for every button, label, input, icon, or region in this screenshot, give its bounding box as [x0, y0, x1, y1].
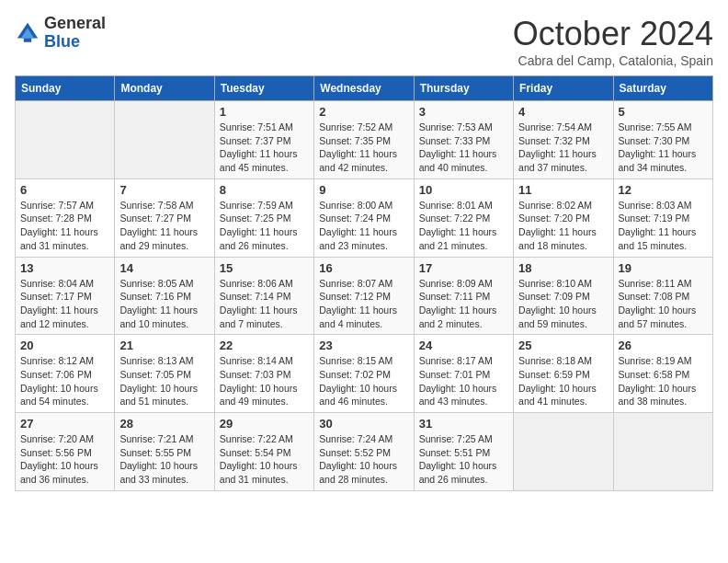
day-info: Sunrise: 8:07 AM Sunset: 7:12 PM Dayligh…: [319, 277, 408, 331]
calendar-row-3: 13Sunrise: 8:04 AM Sunset: 7:17 PM Dayli…: [16, 257, 713, 335]
day-number: 18: [518, 261, 608, 275]
title-block: October 2024 Cabra del Camp, Catalonia, …: [513, 15, 713, 68]
day-info: Sunrise: 7:21 AM Sunset: 5:55 PM Dayligh…: [119, 432, 209, 487]
day-info: Sunrise: 7:55 AM Sunset: 7:30 PM Dayligh…: [619, 121, 708, 175]
header-row: SundayMondayTuesdayWednesdayThursdayFrid…: [16, 76, 713, 101]
calendar-cell: 30Sunrise: 7:24 AM Sunset: 5:52 PM Dayli…: [314, 413, 414, 491]
day-number: 27: [20, 417, 109, 431]
day-info: Sunrise: 7:54 AM Sunset: 7:32 PM Dayligh…: [518, 121, 608, 175]
calendar-cell: 7Sunrise: 7:58 AM Sunset: 7:27 PM Daylig…: [115, 178, 214, 257]
calendar-cell: 20Sunrise: 8:12 AM Sunset: 7:06 PM Dayli…: [16, 335, 115, 413]
calendar-cell: 29Sunrise: 7:22 AM Sunset: 5:54 PM Dayli…: [214, 413, 313, 491]
day-number: 1: [220, 105, 309, 119]
day-number: 2: [319, 105, 408, 119]
day-info: Sunrise: 7:59 AM Sunset: 7:25 PM Dayligh…: [220, 199, 309, 253]
day-number: 6: [20, 183, 109, 197]
calendar-cell: 28Sunrise: 7:21 AM Sunset: 5:55 PM Dayli…: [115, 413, 214, 491]
calendar-cell: 22Sunrise: 8:14 AM Sunset: 7:03 PM Dayli…: [214, 335, 313, 413]
header-cell-tuesday: Tuesday: [214, 76, 313, 101]
day-info: Sunrise: 7:24 AM Sunset: 5:52 PM Dayligh…: [319, 432, 408, 487]
day-number: 12: [619, 183, 708, 197]
day-info: Sunrise: 7:51 AM Sunset: 7:37 PM Dayligh…: [220, 121, 309, 175]
calendar-cell: 12Sunrise: 8:03 AM Sunset: 7:19 PM Dayli…: [613, 178, 712, 257]
day-info: Sunrise: 8:03 AM Sunset: 7:19 PM Dayligh…: [619, 199, 708, 253]
day-number: 26: [619, 339, 708, 352]
day-number: 17: [419, 261, 508, 275]
day-number: 5: [619, 105, 708, 119]
day-info: Sunrise: 8:15 AM Sunset: 7:02 PM Dayligh…: [319, 354, 408, 408]
calendar-cell: 13Sunrise: 8:04 AM Sunset: 7:17 PM Dayli…: [16, 257, 115, 335]
day-info: Sunrise: 8:01 AM Sunset: 7:22 PM Dayligh…: [419, 199, 508, 253]
calendar-row-1: 1Sunrise: 7:51 AM Sunset: 7:37 PM Daylig…: [16, 101, 713, 179]
calendar-cell: [115, 101, 214, 179]
logo-blue-text: Blue: [44, 32, 80, 51]
calendar-cell: 15Sunrise: 8:06 AM Sunset: 7:14 PM Dayli…: [214, 257, 313, 335]
calendar-cell: [16, 101, 115, 179]
calendar-cell: 16Sunrise: 8:07 AM Sunset: 7:12 PM Dayli…: [314, 257, 414, 335]
day-number: 25: [518, 339, 608, 352]
day-number: 10: [419, 183, 508, 197]
month-title: October 2024: [513, 15, 713, 53]
day-number: 11: [518, 183, 608, 197]
calendar-cell: 1Sunrise: 7:51 AM Sunset: 7:37 PM Daylig…: [214, 101, 313, 179]
day-info: Sunrise: 7:57 AM Sunset: 7:28 PM Dayligh…: [20, 199, 109, 253]
header-cell-thursday: Thursday: [414, 76, 513, 101]
day-info: Sunrise: 7:52 AM Sunset: 7:35 PM Dayligh…: [319, 121, 408, 175]
day-info: Sunrise: 7:53 AM Sunset: 7:33 PM Dayligh…: [419, 121, 508, 175]
calendar-cell: 19Sunrise: 8:11 AM Sunset: 7:08 PM Dayli…: [613, 257, 712, 335]
calendar-row-4: 20Sunrise: 8:12 AM Sunset: 7:06 PM Dayli…: [16, 335, 713, 413]
day-info: Sunrise: 8:17 AM Sunset: 7:01 PM Dayligh…: [419, 354, 508, 408]
day-info: Sunrise: 8:02 AM Sunset: 7:20 PM Dayligh…: [518, 199, 608, 253]
day-number: 13: [20, 261, 109, 275]
day-info: Sunrise: 8:13 AM Sunset: 7:05 PM Dayligh…: [119, 354, 209, 408]
calendar-cell: 25Sunrise: 8:18 AM Sunset: 6:59 PM Dayli…: [514, 335, 613, 413]
calendar-cell: 21Sunrise: 8:13 AM Sunset: 7:05 PM Dayli…: [115, 335, 214, 413]
logo-icon: [15, 20, 40, 46]
day-number: 21: [119, 339, 209, 352]
day-number: 16: [319, 261, 408, 275]
calendar-cell: 2Sunrise: 7:52 AM Sunset: 7:35 PM Daylig…: [314, 101, 414, 179]
header-cell-wednesday: Wednesday: [314, 76, 414, 101]
calendar-cell: 9Sunrise: 8:00 AM Sunset: 7:24 PM Daylig…: [314, 178, 414, 257]
calendar-cell: 11Sunrise: 8:02 AM Sunset: 7:20 PM Dayli…: [514, 178, 613, 257]
calendar-cell: 8Sunrise: 7:59 AM Sunset: 7:25 PM Daylig…: [214, 178, 313, 257]
calendar-cell: [613, 413, 712, 491]
day-number: 29: [220, 417, 309, 431]
logo-general-text: General: [44, 14, 106, 32]
calendar-cell: 6Sunrise: 7:57 AM Sunset: 7:28 PM Daylig…: [16, 178, 115, 257]
day-info: Sunrise: 8:04 AM Sunset: 7:17 PM Dayligh…: [20, 277, 109, 331]
day-info: Sunrise: 8:12 AM Sunset: 7:06 PM Dayligh…: [20, 354, 109, 408]
calendar-header: SundayMondayTuesdayWednesdayThursdayFrid…: [16, 76, 713, 101]
header-cell-friday: Friday: [514, 76, 613, 101]
page-header: General Blue October 2024 Cabra del Camp…: [15, 15, 713, 68]
day-number: 30: [319, 417, 408, 431]
calendar-cell: 4Sunrise: 7:54 AM Sunset: 7:32 PM Daylig…: [514, 101, 613, 179]
day-info: Sunrise: 8:00 AM Sunset: 7:24 PM Dayligh…: [319, 199, 408, 253]
day-number: 15: [220, 261, 309, 275]
calendar-row-5: 27Sunrise: 7:20 AM Sunset: 5:56 PM Dayli…: [16, 413, 713, 491]
day-number: 24: [419, 339, 508, 352]
location-title: Cabra del Camp, Catalonia, Spain: [513, 53, 713, 68]
header-cell-sunday: Sunday: [16, 76, 115, 101]
calendar-cell: 31Sunrise: 7:25 AM Sunset: 5:51 PM Dayli…: [414, 413, 513, 491]
calendar-cell: [514, 413, 613, 491]
calendar-body: 1Sunrise: 7:51 AM Sunset: 7:37 PM Daylig…: [16, 101, 713, 491]
day-number: 14: [119, 261, 209, 275]
calendar-row-2: 6Sunrise: 7:57 AM Sunset: 7:28 PM Daylig…: [16, 178, 713, 257]
day-number: 8: [220, 183, 309, 197]
day-info: Sunrise: 7:22 AM Sunset: 5:54 PM Dayligh…: [220, 432, 309, 487]
day-info: Sunrise: 7:25 AM Sunset: 5:51 PM Dayligh…: [419, 432, 508, 487]
day-number: 19: [619, 261, 708, 275]
day-number: 9: [319, 183, 408, 197]
day-info: Sunrise: 8:11 AM Sunset: 7:08 PM Dayligh…: [619, 277, 708, 331]
day-info: Sunrise: 7:58 AM Sunset: 7:27 PM Dayligh…: [119, 199, 209, 253]
day-info: Sunrise: 8:18 AM Sunset: 6:59 PM Dayligh…: [518, 354, 608, 408]
day-info: Sunrise: 8:14 AM Sunset: 7:03 PM Dayligh…: [220, 354, 309, 408]
day-info: Sunrise: 7:20 AM Sunset: 5:56 PM Dayligh…: [20, 432, 109, 487]
day-number: 4: [518, 105, 608, 119]
day-info: Sunrise: 8:05 AM Sunset: 7:16 PM Dayligh…: [119, 277, 209, 331]
day-number: 31: [419, 417, 508, 431]
calendar-cell: 14Sunrise: 8:05 AM Sunset: 7:16 PM Dayli…: [115, 257, 214, 335]
calendar-cell: 17Sunrise: 8:09 AM Sunset: 7:11 PM Dayli…: [414, 257, 513, 335]
day-info: Sunrise: 8:19 AM Sunset: 6:58 PM Dayligh…: [619, 354, 708, 408]
